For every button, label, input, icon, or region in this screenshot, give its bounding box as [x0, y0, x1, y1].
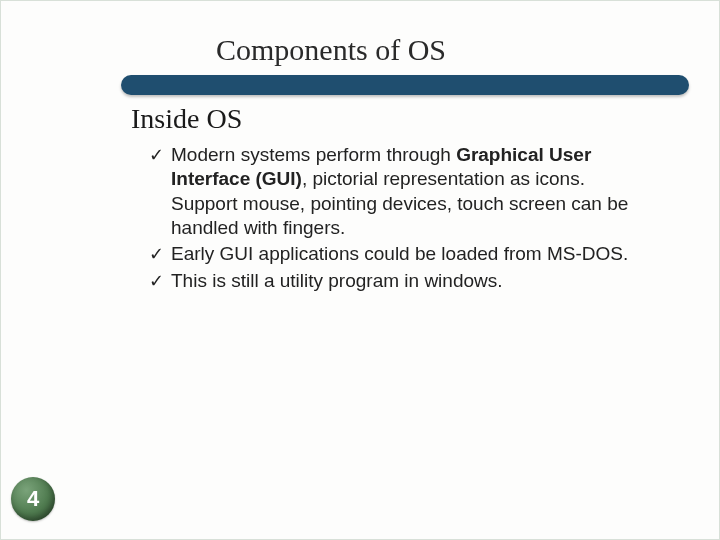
- bullet-text: Early GUI applications could be loaded f…: [171, 242, 639, 266]
- list-item: ✓ Early GUI applications could be loaded…: [149, 242, 639, 266]
- title-underline-bar: [121, 75, 689, 95]
- bullet-list: ✓ Modern systems perform through Graphic…: [149, 143, 639, 295]
- bullet-pre: This is still a utility program in windo…: [171, 270, 503, 291]
- bullet-pre: Early GUI applications could be loaded f…: [171, 243, 628, 264]
- slide: Components of OS Inside OS ✓ Modern syst…: [0, 0, 720, 540]
- list-item: ✓ Modern systems perform through Graphic…: [149, 143, 639, 240]
- checkmark-icon: ✓: [149, 143, 171, 167]
- slide-title: Components of OS: [121, 33, 659, 73]
- checkmark-icon: ✓: [149, 269, 171, 293]
- list-item: ✓ This is still a utility program in win…: [149, 269, 639, 293]
- checkmark-icon: ✓: [149, 242, 171, 266]
- page-number: 4: [27, 486, 39, 512]
- bullet-pre: Modern systems perform through: [171, 144, 456, 165]
- title-block: Components of OS: [121, 33, 659, 73]
- bullet-text: Modern systems perform through Graphical…: [171, 143, 639, 240]
- page-number-badge: 4: [11, 477, 55, 521]
- bullet-text: This is still a utility program in windo…: [171, 269, 639, 293]
- slide-subtitle: Inside OS: [131, 103, 242, 135]
